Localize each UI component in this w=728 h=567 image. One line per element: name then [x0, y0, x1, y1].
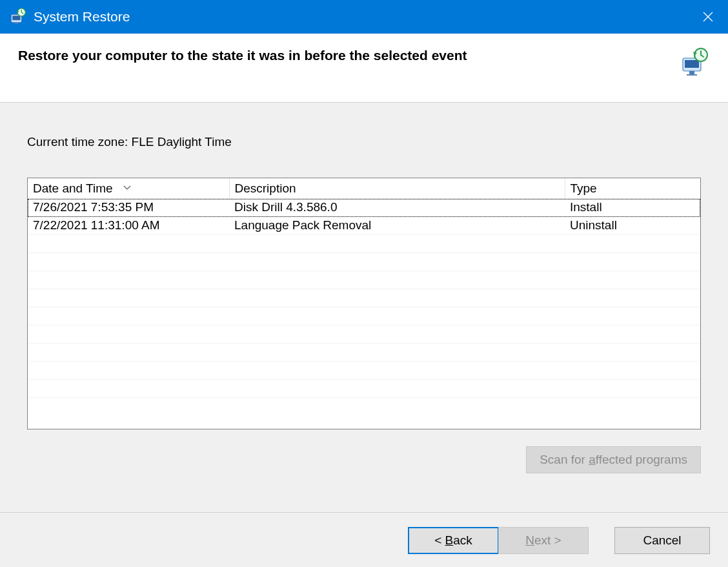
system-restore-icon: [9, 8, 27, 26]
page-heading: Restore your computer to the state it wa…: [18, 48, 467, 63]
btn-accel: a: [589, 453, 596, 466]
table-row-empty: [28, 325, 700, 344]
column-header-date[interactable]: Date and Time: [28, 178, 229, 199]
svg-rect-1: [12, 15, 20, 20]
next-button[interactable]: Next >: [498, 527, 589, 554]
column-header-description[interactable]: Description: [229, 178, 565, 199]
table-row-empty: [28, 253, 700, 271]
table-row-empty: [28, 344, 700, 362]
cell-date: 7/26/2021 7:53:35 PM: [28, 199, 229, 217]
btn-accel: B: [445, 533, 454, 547]
svg-rect-2: [15, 23, 18, 25]
table-row[interactable]: 7/26/2021 7:53:35 PM Disk Drill 4.3.586.…: [28, 199, 700, 217]
table-row-empty: [28, 235, 700, 253]
svg-rect-10: [687, 74, 697, 76]
column-header-type[interactable]: Type: [565, 178, 700, 199]
table-row-empty: [28, 362, 700, 380]
table-row-empty: [28, 380, 700, 398]
content-area: Current time zone: FLE Daylight Time Dat…: [0, 103, 728, 513]
scan-button-row: Scan for affected programs: [27, 446, 701, 473]
table-header-row: Date and Time Description Type: [28, 178, 700, 199]
wizard-header: Restore your computer to the state it wa…: [0, 34, 728, 103]
table-row-empty: [28, 289, 700, 307]
timezone-label: Current time zone: FLE Daylight Time: [27, 135, 701, 149]
sort-descending-icon: [123, 180, 131, 194]
btn-text: ffected programs: [596, 453, 687, 466]
cell-description: Language Pack Removal: [229, 217, 565, 235]
window-title: System Restore: [34, 9, 688, 25]
column-header-description-label: Description: [235, 181, 296, 195]
nav-button-group: < Back Next >: [408, 527, 589, 554]
titlebar: System Restore: [0, 0, 728, 34]
btn-accel: N: [525, 533, 534, 547]
btn-text: ext >: [534, 533, 561, 547]
cancel-button[interactable]: Cancel: [614, 527, 710, 554]
system-restore-window: System Restore Restore your computer to …: [0, 0, 728, 567]
cell-description: Disk Drill 4.3.586.0: [229, 199, 565, 217]
cell-date: 7/22/2021 11:31:00 AM: [28, 217, 229, 235]
back-button[interactable]: < Back: [408, 527, 498, 554]
table-row-empty: [28, 398, 700, 416]
table-row-empty: [28, 271, 700, 289]
column-header-date-label: Date and Time: [33, 181, 113, 195]
btn-text: Cancel: [643, 533, 681, 547]
btn-text: ack: [453, 533, 472, 547]
svg-rect-9: [689, 71, 694, 74]
restore-points-table[interactable]: Date and Time Description Type: [27, 178, 701, 429]
close-button[interactable]: [688, 0, 728, 34]
btn-text: Scan for: [540, 453, 589, 466]
scan-for-affected-programs-button[interactable]: Scan for affected programs: [526, 446, 701, 473]
system-restore-logo-icon: [679, 48, 710, 76]
wizard-footer: < Back Next > Cancel: [0, 513, 728, 567]
cell-type: Uninstall: [565, 217, 700, 235]
table-row[interactable]: 7/22/2021 11:31:00 AM Language Pack Remo…: [28, 217, 700, 235]
svg-rect-8: [685, 60, 699, 68]
column-header-type-label: Type: [571, 181, 597, 195]
cell-type: Install: [565, 199, 700, 217]
table-row-empty: [28, 307, 700, 325]
btn-text: <: [434, 533, 445, 547]
